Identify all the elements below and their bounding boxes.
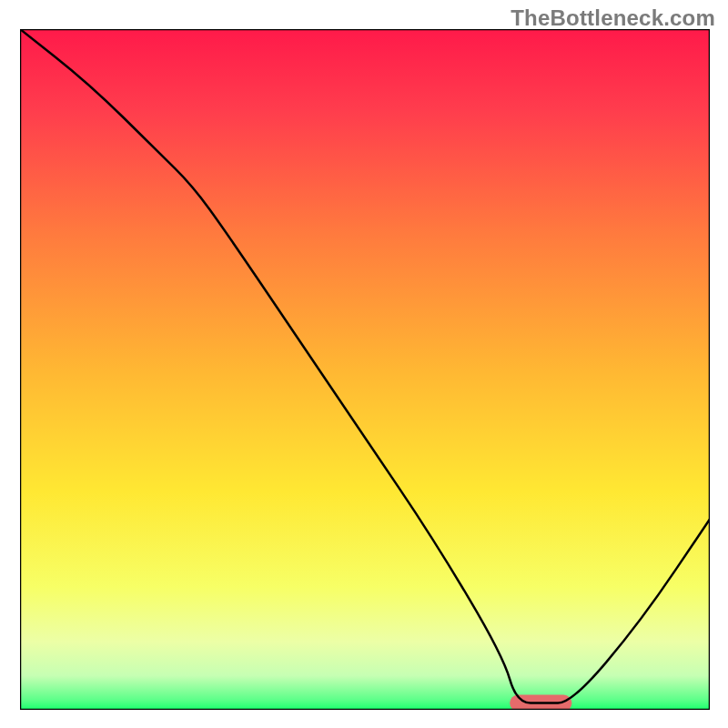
plot-area — [20, 29, 710, 710]
gradient-background — [20, 29, 710, 710]
chart-svg — [20, 29, 710, 710]
chart-container: TheBottleneck.com — [0, 0, 728, 728]
watermark-text: TheBottleneck.com — [511, 5, 715, 31]
